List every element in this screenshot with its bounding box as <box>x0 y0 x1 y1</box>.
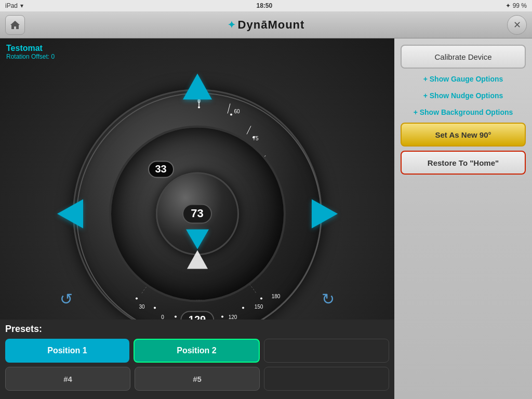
rotation-value: 0 <box>51 53 55 60</box>
svg-point-9 <box>198 106 200 108</box>
close-button[interactable]: ✕ <box>507 15 527 35</box>
svg-point-32 <box>175 315 177 317</box>
svg-line-6 <box>228 103 230 113</box>
arrow-down-inner-button[interactable] <box>186 229 209 249</box>
speaker-cone: 73 <box>109 125 286 302</box>
gauge-outer-ring: 0 60 75 100 0 10 <box>73 89 322 338</box>
main-content: Testomat Rotation Offset: 0 0 60 75 <box>0 38 532 399</box>
presets-row-2: #4 #5 <box>5 367 389 391</box>
svg-text:60: 60 <box>234 109 240 114</box>
presets-row-1: Position 1 Position 2 <box>5 339 389 363</box>
app-header: ✦ DynāMount ✕ <box>0 11 532 38</box>
left-panel: Testomat Rotation Offset: 0 0 60 75 <box>0 38 394 399</box>
set-new-90-button[interactable]: Set As New 90° <box>401 123 526 147</box>
svg-point-35 <box>242 307 244 309</box>
presets-section: Presets: Position 1 Position 2 #4 #5 <box>0 320 394 399</box>
status-bar: iPad ▾ 18:50 ✦ 99 % <box>0 0 532 11</box>
wifi-icon: ▾ <box>20 2 23 9</box>
status-left: iPad ▾ <box>5 2 23 9</box>
home-button[interactable] <box>5 15 25 35</box>
status-right: ✦ 99 % <box>506 2 527 9</box>
show-background-options-link[interactable]: + Show Background Options <box>401 106 526 118</box>
rotate-right-button[interactable]: ↻ <box>322 290 335 308</box>
presets-label: Presets: <box>5 324 389 335</box>
status-time: 18:50 <box>256 2 272 9</box>
gauge-container: 0 60 75 100 0 10 <box>73 89 322 338</box>
calibrate-device-button[interactable]: Calibrate Device <box>401 45 526 69</box>
rotation-offset: Rotation Offset: 0 <box>6 53 55 60</box>
arrow-up-inner-button[interactable] <box>187 250 208 269</box>
svg-text:180: 180 <box>271 294 280 299</box>
top-reading-badge: 33 <box>148 161 174 178</box>
svg-point-34 <box>221 315 223 317</box>
arrow-up-button[interactable] <box>183 73 212 99</box>
rotate-left-button[interactable]: ↺ <box>60 290 73 308</box>
svg-point-37 <box>136 297 138 299</box>
arrow-right-button[interactable] <box>312 199 338 228</box>
svg-point-11 <box>252 136 255 138</box>
right-panel: Calibrate Device + Show Gauge Options + … <box>394 38 532 399</box>
preset-4-button[interactable]: #4 <box>5 367 130 391</box>
show-gauge-options-link[interactable]: + Show Gauge Options <box>401 73 526 85</box>
device-info: Testomat Rotation Offset: 0 <box>6 44 55 60</box>
svg-text:30: 30 <box>139 304 145 310</box>
preset-empty1-button[interactable] <box>264 339 389 363</box>
logo-star-icon: ✦ <box>228 19 236 31</box>
svg-point-10 <box>230 113 232 115</box>
preset-position2-button[interactable]: Position 2 <box>134 339 260 363</box>
ipad-label: iPad <box>5 2 18 9</box>
preset-5-button[interactable]: #5 <box>135 367 260 391</box>
svg-text:150: 150 <box>254 304 263 310</box>
device-name: Testomat <box>6 44 55 53</box>
preset-empty2-button[interactable] <box>264 367 389 391</box>
close-icon: ✕ <box>513 19 521 31</box>
arrow-left-button[interactable] <box>57 199 83 228</box>
show-nudge-options-link[interactable]: + Show Nudge Options <box>401 89 526 102</box>
battery-label: 99 % <box>513 2 527 9</box>
center-value-display: 73 <box>182 204 211 223</box>
svg-point-36 <box>260 297 262 299</box>
logo-text: DynāMount <box>238 18 305 32</box>
svg-line-7 <box>247 126 251 134</box>
preset-position1-button[interactable]: Position 1 <box>5 339 129 363</box>
app-logo: ✦ DynāMount <box>228 18 305 32</box>
restore-home-button[interactable]: Restore To "Home" <box>401 151 526 175</box>
rotation-label: Rotation Offset: <box>6 53 49 60</box>
svg-point-31 <box>154 307 156 309</box>
svg-text:75: 75 <box>252 136 259 141</box>
bluetooth-icon: ✦ <box>506 2 511 9</box>
